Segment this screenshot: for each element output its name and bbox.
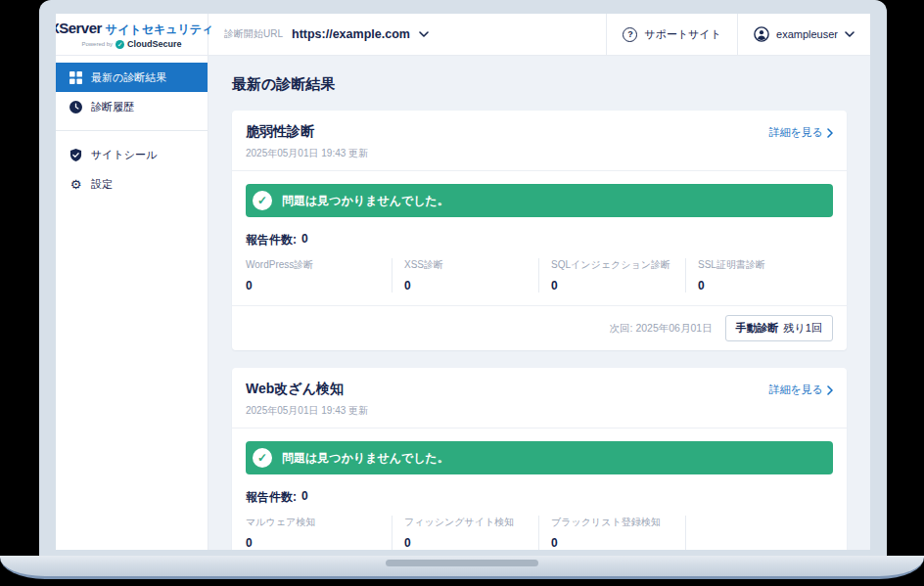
stat-value: 0 xyxy=(551,536,675,550)
sidebar-item-settings[interactable]: ⚙ 設定 xyxy=(56,169,208,199)
card-header: 脆弱性診断 2025年05月01日 19:43 更新 詳細を見る xyxy=(232,111,847,171)
stat-xss: XSS診断 0 xyxy=(393,258,539,293)
manual-diagnosis-button[interactable]: 手動診断 残り1回 xyxy=(725,315,833,341)
stat-empty xyxy=(686,516,833,550)
chevron-right-icon xyxy=(827,128,833,138)
stat-label: SQLインジェクション診断 xyxy=(551,258,675,272)
sidebar-item-latest-results[interactable]: 最新の診断結果 xyxy=(56,63,208,92)
card-body: ✓ 問題は見つかりませんでした。 報告件数: 0 WordPress診断 0 xyxy=(232,171,847,305)
body-row: 最新の診断結果 診断履歴 xyxy=(56,56,870,550)
app-window: XServer サイトセキュリティ Powered by ✓ CloudSecu… xyxy=(56,14,870,550)
grid-icon xyxy=(69,71,82,84)
user-menu[interactable]: exampleuser xyxy=(737,14,870,55)
stat-label: ブラックリスト登録検知 xyxy=(551,516,675,529)
next-diagnosis-date: 次回: 2025年06月01日 xyxy=(610,322,713,336)
clock-icon xyxy=(69,101,82,113)
brand-product-name: サイトセキュリティ xyxy=(106,22,214,38)
url-label: 診断開始URL xyxy=(224,27,283,41)
check-circle-icon: ✓ xyxy=(253,191,272,210)
chevron-down-icon xyxy=(419,31,429,37)
laptop-screen-bezel: XServer サイトセキュリティ Powered by ✓ CloudSecu… xyxy=(39,0,887,556)
report-count-row: 報告件数: 0 xyxy=(246,232,833,248)
report-count-label: 報告件数: xyxy=(246,489,297,506)
stat-wordpress: WordPress診断 0 xyxy=(246,258,393,293)
shield-icon xyxy=(69,149,82,161)
stat-value: 0 xyxy=(698,279,823,293)
status-message: 問題は見つかりませんでした。 xyxy=(282,450,449,467)
details-link-label: 詳細を見る xyxy=(768,383,823,397)
details-link[interactable]: 詳細を見る xyxy=(768,125,833,140)
laptop-notch xyxy=(386,560,538,566)
stat-label: フィッシングサイト検知 xyxy=(404,516,529,529)
report-count-row: 報告件数: 0 xyxy=(246,489,833,506)
stat-label: マルウェア検知 xyxy=(246,516,382,529)
url-value: https://example.com xyxy=(292,27,410,41)
support-site-link[interactable]: ? サポートサイト xyxy=(606,14,737,55)
card-header: Web改ざん検知 2025年05月01日 19:43 更新 詳細を見る xyxy=(232,368,847,428)
diagnosis-url-selector[interactable]: 診断開始URL https://example.com xyxy=(208,14,444,55)
sidebar-item-label: サイトシール xyxy=(91,148,157,162)
stat-label: XSS診断 xyxy=(404,258,529,272)
details-link[interactable]: 詳細を見る xyxy=(768,383,833,397)
stat-value: 0 xyxy=(404,536,529,550)
stat-phishing: フィッシングサイト検知 0 xyxy=(393,516,539,550)
gear-icon: ⚙ xyxy=(69,178,82,191)
laptop-mockup: XServer サイトセキュリティ Powered by ✓ CloudSecu… xyxy=(0,0,924,586)
powered-by-line: Powered by ✓ CloudSecure xyxy=(81,39,181,49)
stat-value: 0 xyxy=(246,279,382,293)
card-body: ✓ 問題は見つかりませんでした。 報告件数: 0 マルウェア検知 0 xyxy=(232,428,847,550)
stats-grid: WordPress診断 0 XSS診断 0 SQLインジェクション診断 0 xyxy=(246,258,833,305)
top-bar: XServer サイトセキュリティ Powered by ✓ CloudSecu… xyxy=(56,14,870,56)
report-count-value: 0 xyxy=(301,489,308,506)
sidebar-item-label: 診断履歴 xyxy=(91,100,134,114)
brand-name: XServer xyxy=(56,20,102,36)
topbar-spacer xyxy=(444,14,607,55)
stat-label: WordPress診断 xyxy=(246,258,382,272)
stats-grid: マルウェア検知 0 フィッシングサイト検知 0 ブラックリスト登録検知 0 xyxy=(246,516,833,550)
sidebar: 最新の診断結果 診断履歴 xyxy=(56,56,208,550)
stat-blacklist: ブラックリスト登録検知 0 xyxy=(539,516,686,550)
manual-diagnosis-remaining: 残り1回 xyxy=(784,321,822,336)
card-title: Web改ざん検知 xyxy=(246,381,368,398)
laptop-base xyxy=(0,556,924,579)
support-site-label: サポートサイト xyxy=(644,27,721,42)
stat-ssl-cert: SSL証明書診断 0 xyxy=(686,258,833,293)
card-web-tampering-detection: Web改ざん検知 2025年05月01日 19:43 更新 詳細を見る ✓ xyxy=(232,368,847,550)
sidebar-item-site-seal[interactable]: サイトシール xyxy=(56,140,208,169)
status-banner-ok: ✓ 問題は見つかりませんでした。 xyxy=(246,184,833,217)
status-message: 問題は見つかりませんでした。 xyxy=(282,193,449,209)
card-footer: 次回: 2025年06月01日 手動診断 残り1回 xyxy=(232,305,847,350)
cloudsecure-name: CloudSecure xyxy=(127,39,182,49)
chevron-down-icon xyxy=(845,31,855,37)
chevron-right-icon xyxy=(827,385,833,395)
main-content: 最新の診断結果 脆弱性診断 2025年05月01日 19:43 更新 詳細を見る xyxy=(208,56,870,550)
card-header-left: 脆弱性診断 2025年05月01日 19:43 更新 xyxy=(246,123,368,160)
brand-logo: XServer サイトセキュリティ Powered by ✓ CloudSecu… xyxy=(56,14,208,55)
page-title: 最新の診断結果 xyxy=(232,75,847,94)
card-header-left: Web改ざん検知 2025年05月01日 19:43 更新 xyxy=(246,381,368,418)
help-icon: ? xyxy=(623,27,637,42)
powered-by-label: Powered by xyxy=(81,41,113,47)
sidebar-item-history[interactable]: 診断履歴 xyxy=(56,92,208,121)
sidebar-divider xyxy=(56,130,208,131)
sidebar-item-label: 最新の診断結果 xyxy=(91,70,166,85)
user-avatar-icon xyxy=(754,26,769,42)
stat-value: 0 xyxy=(246,536,382,550)
manual-diagnosis-label: 手動診断 xyxy=(736,321,779,336)
cloudsecure-icon: ✓ xyxy=(116,40,124,49)
stat-malware: マルウェア検知 0 xyxy=(246,516,393,550)
stat-value: 0 xyxy=(404,279,529,293)
sidebar-item-label: 設定 xyxy=(91,177,113,192)
card-title: 脆弱性診断 xyxy=(246,123,368,141)
report-count-value: 0 xyxy=(301,232,308,248)
stat-sql-injection: SQLインジェクション診断 0 xyxy=(539,258,686,293)
username: exampleuser xyxy=(776,28,838,40)
report-count-label: 報告件数: xyxy=(246,232,297,248)
card-updated-timestamp: 2025年05月01日 19:43 更新 xyxy=(246,404,368,418)
stat-value: 0 xyxy=(551,279,675,293)
card-vulnerability-diagnosis: 脆弱性診断 2025年05月01日 19:43 更新 詳細を見る ✓ xyxy=(232,111,847,350)
check-circle-icon: ✓ xyxy=(253,448,272,468)
details-link-label: 詳細を見る xyxy=(768,125,823,140)
stat-label: SSL証明書診断 xyxy=(698,258,823,272)
card-updated-timestamp: 2025年05月01日 19:43 更新 xyxy=(246,147,368,160)
